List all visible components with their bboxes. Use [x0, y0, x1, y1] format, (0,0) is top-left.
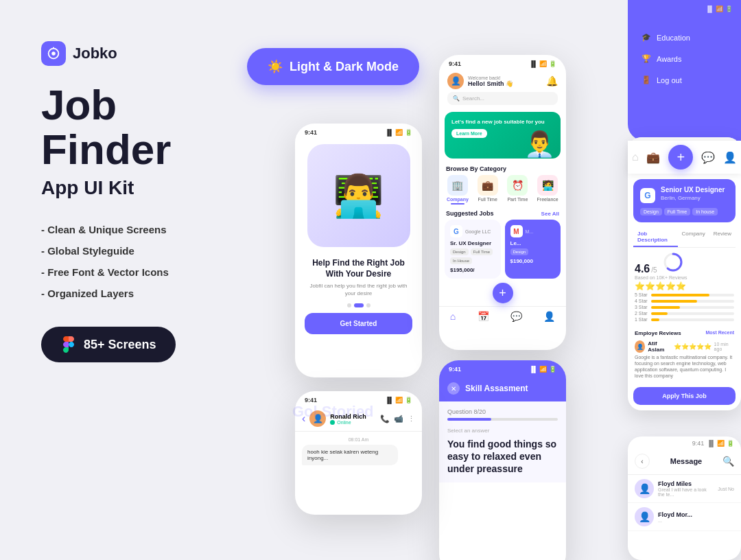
category-company[interactable]: 🏢 Company	[445, 175, 471, 205]
sidebar-panel: ▐▌ 📶 🔋 🎓 Education 🏆 Awards 🚪 Log out	[628, 0, 741, 141]
dot	[366, 303, 370, 307]
category-parttime[interactable]: ⏰ Part Time	[505, 175, 531, 205]
job-details-card: G Senior UX Designer Berlin, Germany Des…	[633, 179, 736, 222]
apply-job-button[interactable]: Apply This Job	[633, 387, 736, 405]
job-tags: Design Full Time In House	[450, 248, 495, 264]
message-item-1[interactable]: 👤 Floyd Miles Great I will have a look t…	[628, 475, 741, 503]
message-item-2[interactable]: 👤 Floyd Mor... ...	[628, 503, 741, 531]
tab-company[interactable]: Company	[678, 228, 709, 247]
freelance-icon-box: 🧑‍💻	[537, 175, 558, 196]
banner-person-icon: 👨‍💼	[524, 130, 555, 159]
chat-bubble: hooh kie selak kalren weteng inyong...	[302, 445, 398, 465]
person-illustration: 👨‍💻	[307, 144, 410, 247]
search-bar[interactable]: 🔍 Search...	[447, 92, 558, 105]
job-name-loc: Senior UX Designer Berlin, Germany	[661, 186, 725, 205]
stars-row: ⭐⭐⭐⭐⭐	[635, 281, 734, 291]
briefcase-sidebar-icon[interactable]: 💼	[646, 151, 660, 164]
chat-nav-icon[interactable]: 💬	[510, 311, 522, 322]
google-logo-details: G	[640, 188, 655, 203]
home-nav-icon[interactable]: ⌂	[450, 311, 456, 322]
phone-onboard: 9:41 ▐▌ 📶 🔋 👨‍💻 Help Find the Right Job …	[295, 124, 422, 377]
job-cards-row: G Google LLC Sr. UX Designer Design Full…	[439, 220, 566, 279]
reviews-header: Employe Reviews Most Recent	[628, 327, 741, 338]
chat-body: 08:01 Am hooh kie selak kalren weteng in…	[295, 432, 422, 471]
pagination-dots	[295, 303, 422, 307]
tab-review[interactable]: Review	[709, 228, 736, 247]
video-icon[interactable]: 📹	[394, 415, 403, 423]
job-details-tags: Design Full Time In house	[640, 208, 729, 215]
status-bar-sidebar: ▐▌ 📶 🔋	[628, 0, 741, 14]
job-banner: Let's find a new job suitable for you Le…	[445, 112, 561, 159]
msg-content-1: Floyd Miles Great I will have a look the…	[658, 480, 714, 497]
illustration-area: 👨‍💻	[307, 144, 410, 247]
sidebar-item-education[interactable]: 🎓 Education	[635, 27, 734, 47]
watermark: Gol Storied	[292, 403, 374, 421]
logout-icon: 🚪	[642, 75, 651, 84]
logo-text: Jobko	[73, 45, 117, 62]
rating-section: 4.6 /5 Based on 10K+ Reviews ⭐⭐⭐⭐⭐ 5 Sta…	[628, 248, 741, 327]
more-icon[interactable]: ⋮	[408, 415, 415, 423]
rating-bars: 5 Star 4 Star 3 Star 2 Star 1 Star	[635, 292, 734, 322]
fab-button[interactable]: +	[493, 283, 513, 303]
status-bar-home: 9:41 ▐▌ 📶 🔋	[439, 55, 566, 70]
google-logo: G	[450, 225, 462, 237]
dot	[347, 303, 351, 307]
home-sidebar-icon[interactable]: ⌂	[632, 151, 639, 163]
message-back-button[interactable]: ‹	[635, 454, 650, 469]
fulltime-icon-box: 💼	[478, 175, 498, 196]
category-freelance[interactable]: 🧑‍💻 Freelance	[534, 175, 561, 205]
msg-content-2: Floyd Mor... ...	[658, 511, 692, 523]
plus-fab[interactable]: +	[668, 145, 693, 170]
category-row: 🏢 Company 💼 Full Time ⏰ Part Time 🧑‍💻 Fr…	[439, 175, 566, 209]
job-card-1[interactable]: G Google LLC Sr. UX Designer Design Full…	[445, 220, 501, 279]
onboard-title: Help Find the Right Job With Your Desire	[295, 253, 422, 282]
call-icon[interactable]: 📞	[380, 415, 390, 423]
phone-skill: 9:41 ▐▌ 📶 🔋 ✕ Skill Assasment Question 8…	[439, 360, 566, 560]
tab-job-description[interactable]: Job Description	[633, 228, 678, 247]
close-button[interactable]: ✕	[447, 382, 460, 395]
suggested-header: Suggested Jobs See All	[439, 209, 566, 220]
active-indicator	[451, 203, 464, 205]
rating-display: 4.6 /5	[635, 252, 734, 275]
status-bar-skill: 9:41 ▐▌ 📶 🔋	[439, 360, 566, 375]
learn-more-button[interactable]: Learn More	[451, 129, 487, 138]
welcome-row: 👤 Welcome back! Hello! Smith 👋 🔔	[447, 73, 558, 89]
reviewer-stars: ⭐⭐⭐⭐⭐	[674, 343, 711, 350]
chat-actions: 📞 📹 ⋮	[380, 415, 415, 423]
profile-nav-icon[interactable]: 👤	[543, 311, 555, 322]
svg-point-1	[51, 51, 56, 56]
sidebar-item-logout[interactable]: 🚪 Log out	[635, 70, 734, 90]
phone-message: 9:41 ▐▌ 📶 🔋 ‹ Message 🔍 👤 Floyd Miles Gr…	[628, 436, 741, 560]
status-bar-message: 9:41 ▐▌ 📶 🔋	[628, 436, 741, 448]
msg-avatar-1: 👤	[635, 479, 654, 498]
status-bar-onboard: 9:41 ▐▌ 📶 🔋	[295, 124, 422, 139]
skill-body: Question 8/20 Select an answer You find …	[439, 401, 566, 482]
logo-icon	[41, 41, 66, 66]
msg-avatar-2: 👤	[635, 507, 654, 526]
reviewer-avatar: 👤	[635, 340, 645, 353]
company-icon-box: 🏢	[447, 175, 468, 196]
progress-bar	[447, 418, 558, 421]
job-card-top: G Google LLC	[450, 225, 495, 237]
category-fulltime[interactable]: 💼 Full Time	[475, 175, 501, 205]
search-message-icon[interactable]: 🔍	[722, 456, 734, 467]
calendar-nav-icon[interactable]: 📅	[478, 311, 489, 322]
see-all-link[interactable]: See All	[541, 211, 559, 217]
review-item: 👤 Atif Aslam ⭐⭐⭐⭐⭐ 10 min ago Google is …	[628, 338, 741, 382]
sidebar-bottom-bar: ⌂ 💼 + 💬 👤	[628, 141, 741, 174]
bell-icon[interactable]: 🔔	[546, 75, 558, 86]
job-company-row: G Senior UX Designer Berlin, Germany	[640, 186, 729, 205]
job-tags-2: Design	[510, 248, 556, 255]
phone-home: 9:41 ▐▌ 📶 🔋 👤 Welcome back! Hello! Smith…	[439, 55, 566, 350]
sidebar-item-awards[interactable]: 🏆 Awards	[635, 49, 734, 69]
person-sidebar-icon[interactable]: 👤	[723, 151, 737, 164]
job-card-top-2: M M...	[510, 225, 556, 237]
home-header: 👤 Welcome back! Hello! Smith 👋 🔔 🔍 Searc…	[439, 70, 566, 109]
chat-sidebar-icon[interactable]: 💬	[701, 151, 715, 164]
get-started-button[interactable]: Get Started	[305, 313, 412, 334]
phone-details: ▐▌ 📶 🔋 ‹ Details ⋯ G Senior UX Designer …	[628, 137, 741, 410]
welcome-text: Welcome back! Hello! Smith 👋	[468, 75, 513, 87]
job-card-2[interactable]: M M... Le... Design $190,000	[505, 220, 561, 279]
screens-badge: 85+ Screens	[41, 327, 176, 362]
education-icon: 🎓	[642, 33, 651, 42]
